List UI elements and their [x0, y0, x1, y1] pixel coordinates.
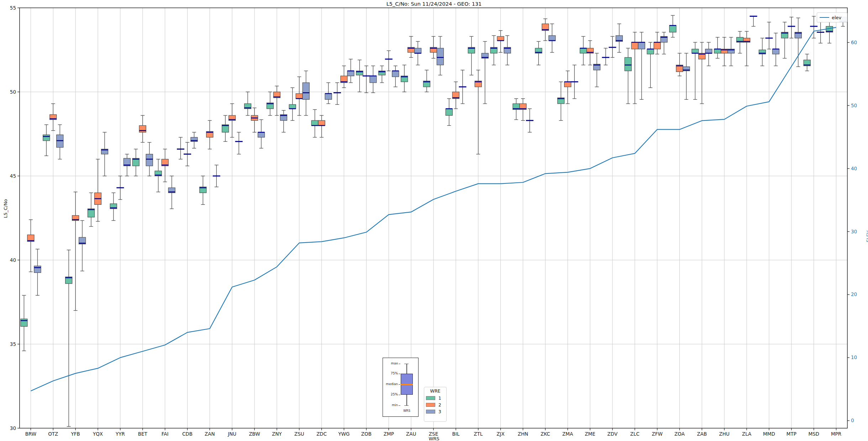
box-wre2-ZSU — [296, 77, 303, 116]
box-wre2-FAI — [162, 149, 168, 182]
box-wre2-ZLC — [631, 32, 638, 104]
y-right-tick-label: 60 — [851, 40, 857, 45]
box-wre1-JNU — [222, 115, 229, 141]
box-wre3-ZKC — [549, 24, 556, 52]
inset-min-label: min — [384, 403, 398, 407]
box-wre3-ZHU — [728, 37, 735, 66]
box-wre3-YQX — [101, 132, 108, 176]
box-wre2-ZOB — [363, 66, 370, 93]
box-wre3-ZAB — [705, 42, 712, 66]
box-wre2-ZHN — [520, 99, 526, 120]
y-right-tick-label: 30 — [851, 229, 857, 234]
box-wre3-ZAN — [213, 165, 220, 187]
box-wre3-ZOA — [683, 53, 690, 99]
box-wre2-OTZ — [50, 104, 57, 131]
x-axis-label: WRS — [0, 436, 868, 441]
y-right-tick-label: 20 — [851, 291, 857, 297]
box-wre3-ZDV — [616, 24, 622, 52]
box-wre2-ZHU — [721, 37, 728, 66]
box-wre1-MMD — [759, 38, 766, 66]
box-wre1-MSD — [804, 54, 810, 71]
wre3-swatch-icon — [426, 410, 435, 414]
box-wre3-BET — [146, 142, 153, 176]
wre-legend-item-label: 1 — [438, 396, 441, 401]
box-wre1-ZKC — [535, 41, 542, 65]
box-wre2-BIL — [452, 82, 459, 109]
box-wre3-BRW — [34, 249, 41, 295]
box-wre2-YQX — [95, 159, 101, 222]
box-wre1-ZLC — [625, 48, 631, 104]
box-wre3-ZFW — [661, 32, 667, 54]
box-wre3-ZJX — [504, 36, 511, 65]
box-wre3-MSD — [817, 22, 824, 43]
box-wre3-ZMA — [571, 65, 578, 98]
inset-tick — [399, 395, 400, 395]
inset-tick — [399, 364, 400, 364]
box-wre1-ZHU — [714, 37, 721, 58]
box-wre1-ZAU — [401, 65, 408, 92]
box-wre1-ZFW — [647, 42, 654, 88]
inset-max-label: max — [384, 362, 398, 365]
box-wre2-MMD — [765, 22, 773, 49]
box-wre1-ZAB — [692, 42, 699, 99]
box-wre3-FAI — [168, 176, 175, 209]
box-wre3-ZLC — [638, 32, 645, 99]
box-wre2-ZMA — [564, 71, 571, 104]
elev-legend-line-icon — [820, 17, 829, 18]
box-wre1-ZHN — [513, 99, 520, 120]
box-wre2-ZDV — [609, 36, 616, 57]
box-wre1-ZDC — [311, 110, 318, 138]
wre-legend-item-3: 3 — [424, 408, 446, 415]
box-wre2-ZJX — [497, 31, 504, 52]
box-wre2-ZME — [587, 41, 594, 65]
box-wre2-ZNY — [273, 86, 280, 115]
wre-legend-item-label: 2 — [438, 403, 441, 408]
box-wre1-BRW — [21, 295, 27, 351]
y-right-tick-label: 50 — [851, 103, 857, 108]
box-wre3-MMD — [772, 33, 779, 66]
box-wre3-ZSE — [437, 36, 444, 75]
y-left-tick-label: 45 — [10, 173, 16, 179]
box-wre3-YYR — [123, 154, 130, 176]
box-wre3-ZAU — [415, 41, 421, 65]
inset-75-label: 75% — [384, 372, 398, 375]
box-wre2-ZOA — [676, 53, 683, 76]
box-wre1-ZAN — [200, 176, 206, 204]
box-wre1-ZMA — [558, 82, 564, 121]
inset-25-label: 25% — [384, 393, 398, 396]
box-wre3-OTZ — [57, 125, 63, 159]
box-wre2-ZMP — [385, 51, 393, 71]
box-wre2-ZTL — [475, 70, 482, 154]
box-wre1-OTZ — [43, 125, 50, 156]
box-wre2-CDB — [184, 142, 191, 166]
box-wre1-YWG — [333, 83, 341, 104]
y-left-tick-label: 30 — [10, 425, 16, 431]
box-wre2-ZAN — [206, 120, 213, 149]
inset-tick — [399, 374, 400, 374]
inset-min-cap — [404, 405, 409, 406]
inset-tick — [399, 405, 400, 406]
boxplot-chart: 3035404550550102030405060BRWOTZYFBYQXYYR… — [0, 0, 868, 441]
inset-tick — [399, 384, 400, 385]
chart-title: L5_C/No: Sun 11/24/2024 - GEO: 131 — [0, 1, 868, 7]
box-wre3-ZOB — [370, 66, 377, 93]
box-wre1-FAI — [155, 159, 162, 192]
box-wre1-YFB — [65, 250, 72, 427]
box-wre2-ZKC — [542, 19, 549, 41]
elev-legend: elev — [817, 12, 847, 22]
box-wre3-YFB — [79, 220, 86, 271]
box-wre2-YWG — [341, 66, 347, 88]
wre2-swatch-icon — [426, 403, 435, 407]
box-wre1-ZNY — [267, 92, 273, 115]
box-wre3-BIL — [459, 70, 466, 104]
y-right-tick-label: 0 — [851, 417, 854, 423]
y-axis-label-left: L5_C/No — [3, 199, 8, 218]
box-wre2-MTP — [788, 17, 795, 38]
box-wre1-YQX — [88, 193, 95, 226]
box-wre1-ZJX — [490, 36, 497, 65]
box-wre3-ZNY — [280, 110, 287, 132]
box-wre1-YYR — [110, 193, 117, 220]
box-wre2-ZDC — [318, 115, 325, 137]
box-wre1-ZLA — [737, 31, 743, 53]
box-wre3-ZMP — [392, 66, 399, 87]
